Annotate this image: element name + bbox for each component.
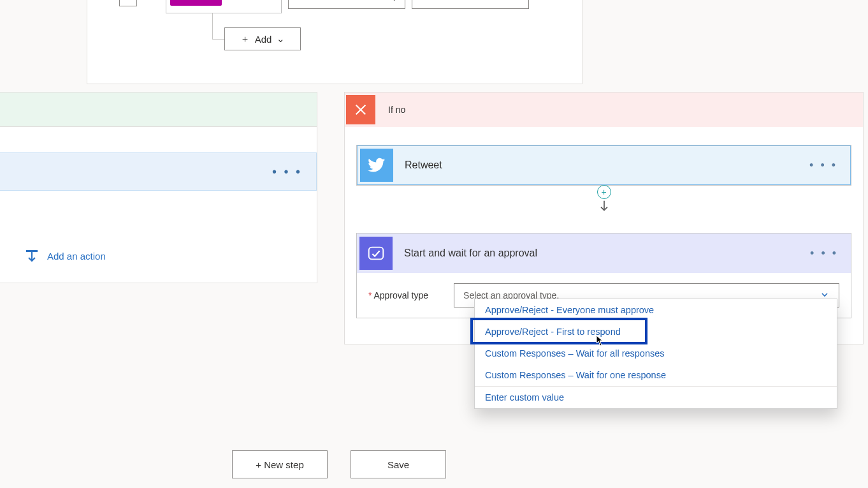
chevron-down-icon: ⌄	[391, 0, 398, 3]
select-value	[295, 0, 298, 3]
new-step-button[interactable]: + New step	[232, 450, 328, 478]
insert-icon	[24, 248, 40, 263]
save-button[interactable]: Save	[351, 450, 446, 478]
add-condition-button[interactable]: ＋ Add ⌄	[224, 27, 301, 50]
arrow-down-icon	[598, 199, 611, 215]
required-indicator: *	[368, 290, 372, 300]
condition-operator-select[interactable]: ⌄	[288, 0, 405, 9]
approval-header[interactable]: Start and wait for an approval • • •	[357, 233, 851, 273]
connector: +	[345, 185, 863, 215]
chevron-down-icon: ⌄	[277, 33, 285, 45]
condition-value-field[interactable]: todswor… ×	[166, 0, 282, 13]
tree-line	[212, 39, 225, 40]
if-yes-header	[0, 92, 317, 127]
dropdown-option-first[interactable]: Approve/Reject - First to respond	[475, 321, 837, 343]
approval-type-dropdown: Approve/Reject - Everyone must approve A…	[474, 299, 837, 409]
twitter-icon	[360, 149, 393, 182]
add-action-label: Add an action	[47, 251, 106, 262]
approval-type-label: *Approval type	[368, 290, 428, 300]
input-value	[419, 0, 421, 3]
condition-row: todswor… × ⌄	[119, 0, 529, 13]
if-no-title: If no	[388, 105, 405, 115]
condition-compare-field[interactable]	[412, 0, 529, 9]
field-label-text: Approval type	[373, 290, 428, 300]
dropdown-option-custom-all[interactable]: Custom Responses – Wait for all response…	[475, 343, 837, 364]
if-no-header: If no	[345, 92, 863, 127]
close-icon	[346, 95, 375, 124]
condition-checkbox[interactable]	[119, 0, 137, 6]
approval-title: Start and wait for an approval	[404, 248, 810, 259]
bottom-actions: + New step Save	[232, 450, 446, 478]
retweet-header[interactable]: Retweet • • •	[357, 145, 851, 185]
svg-rect-5	[369, 248, 384, 260]
dropdown-option-custom-value[interactable]: Enter custom value	[475, 386, 837, 408]
add-step-icon[interactable]: +	[597, 185, 611, 199]
dynamic-content-chip[interactable]: todswor… ×	[170, 0, 222, 6]
dropdown-option-custom-one[interactable]: Custom Responses – Wait for one response	[475, 364, 837, 386]
plus-icon: ＋	[240, 33, 250, 45]
retweet-card[interactable]: Retweet • • •	[356, 145, 851, 186]
more-icon[interactable]: • • •	[809, 159, 837, 172]
approval-icon	[359, 237, 393, 270]
dropdown-option-everyone[interactable]: Approve/Reject - Everyone must approve	[475, 299, 837, 321]
condition-card: todswor… × ⌄ ＋ Add ⌄	[87, 0, 582, 84]
condition-add-row: ＋ Add ⌄	[224, 27, 301, 50]
more-icon[interactable]: • • •	[810, 247, 838, 260]
add-action-button[interactable]: Add an action	[24, 248, 106, 263]
more-icon[interactable]: • • •	[272, 165, 302, 179]
yes-action-card[interactable]: • • •	[0, 152, 317, 191]
close-icon[interactable]: ×	[213, 0, 218, 2]
chip-label: todswor…	[174, 0, 208, 2]
retweet-title: Retweet	[405, 159, 809, 171]
if-yes-branch: • • • Add an action	[0, 92, 317, 283]
add-label: Add	[255, 34, 272, 45]
